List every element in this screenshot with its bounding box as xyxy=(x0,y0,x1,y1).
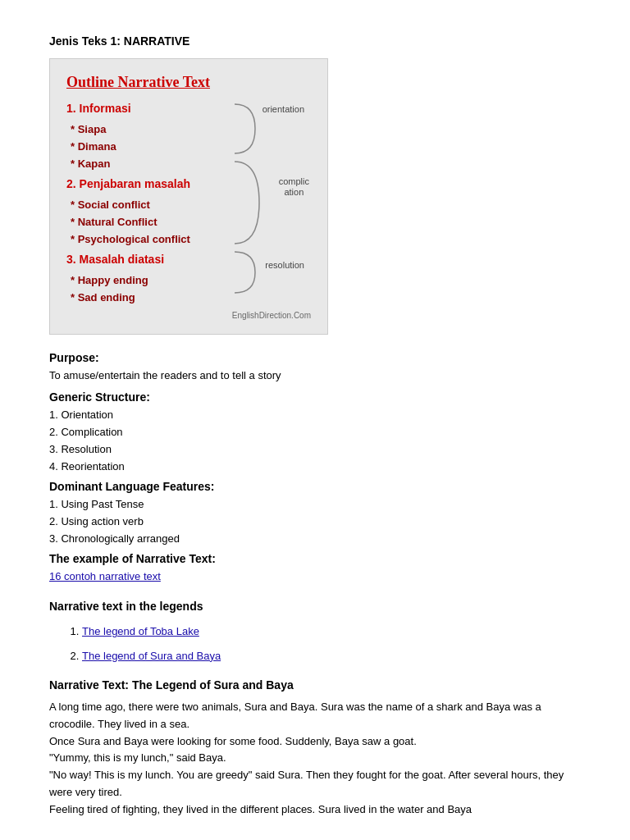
narrative-body: A long time ago, there were two animals,… xyxy=(49,699,581,819)
outline-label-masalah: Masalah diatasi xyxy=(80,253,165,266)
outline-kapan: * Kapan xyxy=(71,158,110,170)
outline-number-2: 2. xyxy=(66,177,80,190)
example-link[interactable]: 16 contoh narrative text xyxy=(49,570,161,582)
outline-heading: Outline Narrative Text xyxy=(66,71,311,94)
example-section: The example of Narrative Text: 16 contoh… xyxy=(49,550,581,585)
outline-label-penjabaran: Penjabaran masalah xyxy=(80,177,190,190)
narrative-para-4: "No way! This is my lunch. You are greed… xyxy=(49,767,581,801)
purpose-label: Purpose: xyxy=(49,351,99,364)
outline-psychological: * Psychological conflict xyxy=(71,233,190,245)
outline-dimana: * Dimana xyxy=(71,140,116,153)
outline-number-3: 3. xyxy=(66,253,80,266)
language-features-section: Dominant Language Features: 1. Using Pas… xyxy=(49,478,581,547)
generic-structure-label: Generic Structure: xyxy=(49,390,150,404)
purpose-text: To amuse/entertain the readers and to te… xyxy=(49,369,281,381)
narrative-para-1: A long time ago, there were two animals,… xyxy=(49,699,581,733)
lf-item-2: 2. Using action verb xyxy=(49,515,144,527)
narrative-para-3: "Yummy, this is my lunch," said Baya. xyxy=(49,750,581,767)
legend-link-2[interactable]: The legend of Sura and Baya xyxy=(82,650,221,662)
outline-natural: * Natural Conflict xyxy=(71,216,157,228)
outline-sad: * Sad ending xyxy=(71,291,135,304)
narrative-para-2: Once Sura and Baya were looking for some… xyxy=(49,733,581,751)
language-features-label: Dominant Language Features: xyxy=(49,480,214,493)
outline-happy: * Happy ending xyxy=(71,274,148,286)
complication-label: complication xyxy=(279,176,309,198)
legend-item-1: The legend of Toba Lake xyxy=(82,623,581,640)
gs-item-2: 2. Complication xyxy=(49,426,123,438)
page-title: Jenis Teks 1: NARRATIVE xyxy=(49,33,581,50)
narrative-section: Narrative Text: The Legend of Sura and B… xyxy=(49,677,581,819)
legend-item-2: The legend of Sura and Baya xyxy=(82,648,581,664)
lf-item-1: 1. Using Past Tense xyxy=(49,498,144,510)
generic-structure-section: Generic Structure: 1. Orientation 2. Com… xyxy=(49,389,581,475)
narrative-para-5: Feeling tired of fighting, they lived in… xyxy=(49,801,581,819)
outline-siapa: * Siapa xyxy=(71,123,106,135)
legends-title: Narrative text in the legends xyxy=(49,598,581,615)
gs-item-3: 3. Resolution xyxy=(49,443,112,455)
legend-link-1[interactable]: The legend of Toba Lake xyxy=(82,625,199,637)
gs-item-1: 1. Orientation xyxy=(49,409,113,421)
outline-number-1: 1. xyxy=(66,102,80,115)
gs-item-4: 4. Reorientation xyxy=(49,460,125,472)
narrative-title: Narrative Text: The Legend of Sura and B… xyxy=(49,677,581,694)
lf-item-3: 3. Chronologically arranged xyxy=(49,532,180,545)
bracket-svg xyxy=(231,96,272,309)
watermark: EnglishDirection.Com xyxy=(66,309,311,322)
legends-section: Narrative text in the legends The legend… xyxy=(49,598,581,664)
outline-social: * Social conflict xyxy=(71,199,150,211)
purpose-section: Purpose: To amuse/entertain the readers … xyxy=(49,349,581,384)
outline-box: Outline Narrative Text 1. Informasi * Si… xyxy=(49,58,328,335)
outline-label-informasi: Informasi xyxy=(80,102,131,115)
example-label: The example of Narrative Text: xyxy=(49,552,216,565)
